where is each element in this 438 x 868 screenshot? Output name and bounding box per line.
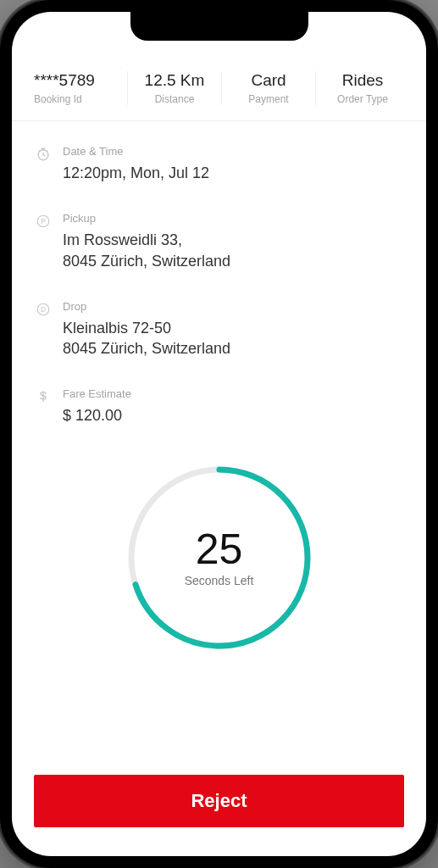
drop-icon: D bbox=[36, 302, 51, 359]
datetime-label: Date & Time bbox=[63, 145, 402, 158]
timer-seconds: 25 bbox=[196, 528, 243, 570]
row-fare: Fare Estimate $ 120.00 bbox=[36, 387, 402, 426]
device-notch bbox=[130, 12, 308, 41]
fare-value: $ 120.00 bbox=[63, 405, 402, 426]
stat-value: ****5789 bbox=[34, 71, 127, 90]
stat-value: Card bbox=[222, 71, 315, 90]
stat-value: Rides bbox=[316, 71, 409, 90]
countdown-timer[interactable]: 25 Seconds Left bbox=[122, 460, 317, 655]
stat-label: Order Type bbox=[316, 93, 409, 105]
pickup-value: Im Rossweidli 33, 8045 Zürich, Switzerla… bbox=[63, 230, 402, 271]
row-pickup: P Pickup Im Rossweidli 33, 8045 Zürich, … bbox=[36, 212, 402, 271]
stat-label: Distance bbox=[128, 93, 221, 105]
stat-label: Payment bbox=[222, 93, 315, 105]
stat-order-type: Rides Order Type bbox=[315, 71, 409, 105]
stats-bar: ****5789 Booking Id 12.5 Km Distance Car… bbox=[12, 63, 426, 121]
svg-text:D: D bbox=[41, 306, 46, 314]
reject-button[interactable]: Reject bbox=[34, 775, 404, 827]
stat-booking-id: ****5789 Booking Id bbox=[29, 71, 127, 105]
svg-text:P: P bbox=[41, 218, 46, 225]
drop-label: Drop bbox=[63, 300, 402, 313]
row-drop: D Drop Kleinalbis 72-50 8045 Zürich, Swi… bbox=[36, 300, 402, 359]
clock-icon bbox=[36, 147, 51, 183]
stat-payment: Card Payment bbox=[221, 71, 315, 105]
timer-label: Seconds Left bbox=[185, 574, 254, 587]
dollar-icon bbox=[36, 389, 51, 426]
stat-distance: 12.5 Km Distance bbox=[127, 71, 221, 105]
datetime-value: 12:20pm, Mon, Jul 12 bbox=[63, 163, 402, 183]
pickup-label: Pickup bbox=[63, 212, 402, 225]
stat-value: 12.5 Km bbox=[128, 71, 221, 90]
row-datetime: Date & Time 12:20pm, Mon, Jul 12 bbox=[36, 145, 402, 183]
fare-label: Fare Estimate bbox=[63, 387, 402, 400]
pickup-icon: P bbox=[36, 214, 51, 271]
stat-label: Booking Id bbox=[34, 93, 127, 105]
drop-value: Kleinalbis 72-50 8045 Zürich, Switzerlan… bbox=[63, 318, 402, 359]
